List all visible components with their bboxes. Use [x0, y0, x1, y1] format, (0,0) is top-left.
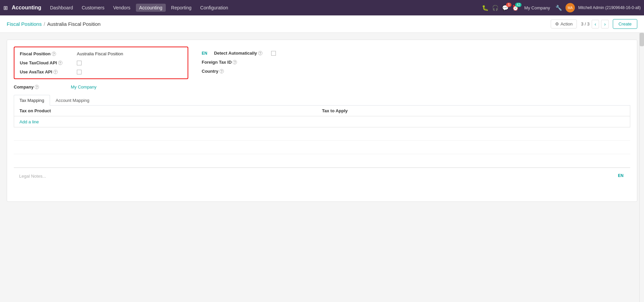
use-avatax-label: Use AvaTax API ? — [20, 69, 73, 74]
action-button[interactable]: ⚙ Action — [551, 19, 577, 28]
legal-notes-area: Legal Notes... EN — [14, 168, 630, 195]
lang-badge-top: EN — [202, 51, 207, 56]
use-taxcloud-row: Use TaxCloud API ? — [20, 60, 182, 65]
nav-accounting[interactable]: Accounting — [136, 4, 166, 12]
company-name: My Company — [524, 5, 550, 10]
empty-row-2 — [14, 141, 630, 154]
create-button[interactable]: Create — [613, 19, 637, 29]
fiscal-position-label: Fiscal Position ? — [20, 51, 73, 56]
nav-vendors[interactable]: Vendors — [110, 4, 134, 12]
use-taxcloud-label: Use TaxCloud API ? — [20, 60, 73, 65]
form-right-panel: EN Detect Automatically ? Foreign Tax ID… — [202, 47, 630, 79]
avatar[interactable]: MA — [565, 3, 575, 12]
detect-auto-help-icon[interactable]: ? — [258, 51, 262, 55]
tax-mapping-table: Tax on Product Tax to Apply Add a line — [14, 106, 630, 127]
tabs-container: Tax Mapping Account Mapping Tax on Produ… — [14, 95, 630, 127]
empty-row-1 — [14, 127, 630, 141]
avatax-help-icon[interactable]: ? — [53, 70, 58, 74]
chat-badge: 5 — [506, 3, 511, 7]
col-tax-product-header: Tax on Product — [19, 108, 322, 113]
country-help-icon[interactable]: ? — [219, 69, 224, 73]
col-tax-apply-header: Tax to Apply — [322, 108, 625, 113]
clock-badge: 42 — [515, 3, 522, 7]
bug-icon[interactable]: 🐛 — [482, 5, 489, 11]
detect-auto-checkbox[interactable] — [271, 51, 276, 56]
table-body: Add a line — [14, 116, 630, 127]
page-toolbar: Fiscal Positions / Australia Fiscal Posi… — [0, 15, 644, 33]
pager: 3 / 3 ‹ › — [581, 20, 609, 28]
country-row: Country ? — [202, 69, 630, 74]
user-name: Mitchell Admin (21909648-16-0-all) — [578, 5, 641, 10]
foreign-tax-label: Foreign Tax ID ? — [202, 60, 255, 65]
company-row: Company ? My Company — [14, 84, 630, 89]
tab-tax-mapping[interactable]: Tax Mapping — [14, 95, 50, 106]
nav-reporting[interactable]: Reporting — [168, 4, 195, 12]
use-avatax-row: Use AvaTax API ? — [20, 69, 182, 74]
gear-icon: ⚙ — [555, 21, 559, 26]
page-content: Fiscal Position ? Australia Fiscal Posit… — [0, 33, 644, 302]
company-label: Company ? — [14, 84, 67, 89]
foreign-tax-help-icon[interactable]: ? — [233, 60, 237, 64]
empty-row-3 — [14, 154, 630, 168]
breadcrumb-current: Australia Fiscal Position — [47, 21, 100, 27]
foreign-tax-row: Foreign Tax ID ? — [202, 60, 630, 65]
fiscal-position-value: Australia Fiscal Position — [77, 51, 123, 56]
headset-icon[interactable]: 🎧 — [492, 5, 499, 11]
breadcrumb-parent[interactable]: Fiscal Positions — [7, 21, 42, 27]
country-label: Country ? — [202, 69, 255, 74]
clock-icon[interactable]: ⏰ 42 — [512, 5, 519, 11]
company-help-icon[interactable]: ? — [35, 85, 39, 89]
chat-icon[interactable]: 💬 5 — [502, 5, 509, 11]
tab-account-mapping[interactable]: Account Mapping — [50, 95, 95, 106]
breadcrumb: Fiscal Positions / Australia Fiscal Posi… — [7, 21, 101, 27]
toolbar-right: ⚙ Action 3 / 3 ‹ › Create — [551, 19, 637, 29]
action-label: Action — [560, 21, 573, 26]
use-taxcloud-checkbox[interactable] — [77, 61, 82, 65]
nav-customers[interactable]: Customers — [79, 4, 108, 12]
scrollbar[interactable] — [639, 33, 644, 302]
nav-configuration[interactable]: Configuration — [197, 4, 232, 12]
table-header: Tax on Product Tax to Apply — [14, 106, 630, 116]
scrollbar-thumb[interactable] — [640, 33, 644, 46]
fiscal-position-help-icon[interactable]: ? — [52, 52, 56, 56]
tabs-bar: Tax Mapping Account Mapping — [14, 95, 630, 106]
taxcloud-help-icon[interactable]: ? — [58, 61, 62, 65]
detect-auto-label: Detect Automatically ? — [214, 51, 268, 56]
legal-notes-lang-badge: EN — [618, 173, 624, 178]
add-line-link[interactable]: Add a line — [19, 119, 39, 124]
form-card: Fiscal Position ? Australia Fiscal Posit… — [7, 40, 637, 202]
top-navigation: ⊞ Accounting Dashboard Customers Vendors… — [0, 0, 644, 15]
pager-text: 3 / 3 — [581, 21, 589, 26]
wrench-icon[interactable]: 🔧 — [555, 5, 562, 11]
pager-prev-button[interactable]: ‹ — [592, 20, 599, 28]
app-name: Accounting — [12, 5, 41, 11]
form-section-top: Fiscal Position ? Australia Fiscal Posit… — [14, 47, 630, 79]
breadcrumb-separator: / — [44, 21, 45, 27]
fiscal-position-row: Fiscal Position ? Australia Fiscal Posit… — [20, 51, 182, 56]
form-left-panel: Fiscal Position ? Australia Fiscal Posit… — [14, 47, 188, 79]
legal-notes-placeholder[interactable]: Legal Notes... — [19, 174, 46, 179]
grid-icon[interactable]: ⊞ — [3, 5, 8, 11]
use-avatax-checkbox[interactable] — [77, 70, 82, 74]
pager-next-button[interactable]: › — [601, 20, 609, 28]
detect-auto-row: EN Detect Automatically ? — [202, 51, 630, 56]
company-value[interactable]: My Company — [71, 84, 97, 89]
nav-dashboard[interactable]: Dashboard — [47, 4, 77, 12]
nav-icons: 🐛 🎧 💬 5 ⏰ 42 My Company 🔧 MA Mitchell Ad… — [482, 3, 641, 12]
